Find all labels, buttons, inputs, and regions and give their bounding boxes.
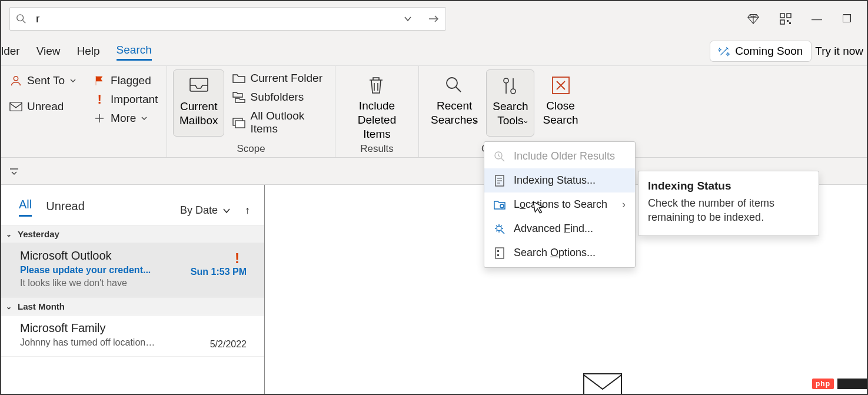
close-icon [551,75,571,95]
folder-icon [232,72,245,85]
plus-icon [93,112,106,125]
search-icon [444,75,464,95]
include-deleted-button[interactable]: Include Deleted Items [341,69,413,137]
message-from: Microsoft Outlook [20,249,252,263]
chevron-down-icon [222,207,231,215]
flagged-button[interactable]: Flagged [91,73,160,88]
search-scope-dropdown[interactable] [403,14,413,24]
current-mailbox-button[interactable]: Current Mailbox [173,69,224,137]
group-last-month[interactable]: ⌄ Last Month [1,297,264,316]
svg-line-17 [501,158,504,161]
message-date: 5/2/2022 [210,339,247,350]
all-items-icon [232,116,245,129]
menu-indexing-status[interactable]: Indexing Status... [484,168,635,192]
all-outlook-items-button[interactable]: All Outlook Items [230,108,329,137]
tab-folder[interactable]: lder [1,42,20,60]
sent-to-label: Sent To [27,74,65,87]
important-button[interactable]: ! Important [91,92,160,107]
svg-rect-15 [584,374,621,395]
subfolders-button[interactable]: Subfolders [230,89,329,105]
search-tools-button[interactable]: Search Tools ⌄ [486,69,534,137]
svg-rect-4 [780,20,784,24]
unread-label: Unread [27,100,64,113]
tab-view[interactable]: View [36,42,61,60]
chevron-down-icon [69,77,77,84]
menu-label: Locations to Search [514,198,607,211]
svg-point-0 [17,15,24,21]
qr-icon[interactable] [780,13,791,25]
unread-button[interactable]: Unread [7,99,79,114]
try-it-now-link[interactable]: Try it now [815,45,863,58]
svg-line-13 [456,87,461,92]
search-go-arrow[interactable] [428,14,440,24]
svg-line-1 [23,21,26,24]
chevron-down-icon: ⌄ [6,303,12,311]
close-search-label: Close Search [543,99,578,127]
watermark-badge: php [812,379,834,389]
svg-rect-25 [495,248,504,258]
message-item[interactable]: ! Microsoft Outlook Please update your c… [1,243,264,297]
sort-by-date[interactable]: By Date [180,204,231,217]
more-label: More [111,112,136,125]
tab-help[interactable]: Help [77,42,100,60]
coming-soon-button[interactable]: Coming Soon [710,41,812,62]
filter-all-tab[interactable]: All [19,198,32,217]
important-icon: ! [235,250,240,267]
sort-direction-arrow[interactable]: ↑ [245,204,250,217]
message-subject: Please update your credent... [20,265,151,275]
svg-rect-5 [787,20,789,22]
menu-label: Advanced Find... [514,223,593,235]
current-folder-button[interactable]: Current Folder [230,71,329,86]
tab-search[interactable]: Search [117,41,152,61]
important-icon: ! [93,93,106,106]
svg-rect-9 [190,78,208,91]
tools-icon [500,76,520,96]
close-search-button[interactable]: Close Search [537,69,584,137]
svg-point-12 [447,78,457,88]
sort-label: By Date [180,204,218,217]
message-from: Microsoft Family [20,321,252,335]
premium-icon[interactable] [747,12,760,25]
filter-unread-tab[interactable]: Unread [46,200,85,217]
subfolders-label: Subfolders [250,91,304,104]
flagged-label: Flagged [111,74,151,87]
inbox-icon [189,76,209,96]
message-subject: Johnny has turned off location ... [20,337,155,348]
all-items-label: All Outlook Items [250,109,327,135]
restore-button[interactable]: ❐ [842,12,852,25]
message-item[interactable]: Microsoft Family Johnny has turned off l… [1,316,264,357]
quick-access-dropdown[interactable] [9,167,19,175]
menu-locations-to-search[interactable]: Locations to Search › [484,192,635,217]
envelope-icon [583,373,623,395]
scope-group-label: Scope [173,143,329,156]
recent-searches-label: Recent Searches [431,99,478,127]
message-list: All Unread By Date ↑ ⌄ Yesterday ! Micro… [1,185,265,395]
message-date: Sun 1:53 PM [191,267,247,277]
svg-rect-27 [497,254,499,256]
svg-rect-3 [787,14,791,18]
results-group-label: Results [341,143,413,156]
svg-point-23 [497,226,501,231]
menu-search-options[interactable]: Search Options... [484,241,635,265]
svg-rect-26 [497,250,499,252]
menu-label: Include Older Results [514,150,615,162]
important-label: Important [111,93,158,106]
menu-advanced-find[interactable]: Advanced Find... [484,217,635,241]
clock-search-icon [494,151,505,162]
search-input[interactable] [35,12,396,26]
subfolders-icon [232,91,245,104]
flag-icon [93,74,106,87]
options-icon [494,247,505,259]
trash-icon [367,75,387,95]
menu-label: Search Options... [514,247,596,259]
search-box[interactable] [9,7,446,31]
minimize-button[interactable]: — [812,13,822,25]
group-yesterday[interactable]: ⌄ Yesterday [1,225,264,243]
svg-rect-8 [10,102,22,111]
sent-to-button[interactable]: Sent To [7,73,79,88]
group-label: Last Month [18,301,65,311]
more-button[interactable]: More [91,111,160,126]
folder-search-icon [494,199,505,211]
current-folder-label: Current Folder [250,72,322,85]
recent-searches-button[interactable]: Recent Searches ⌄ [425,69,484,137]
